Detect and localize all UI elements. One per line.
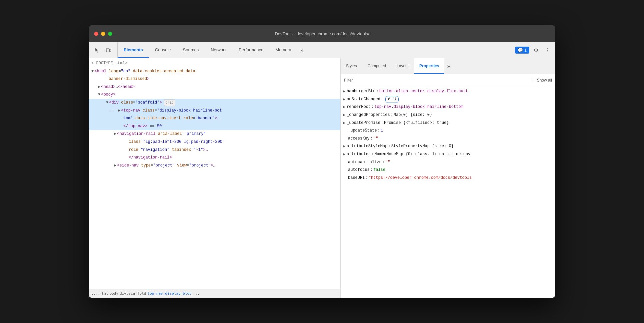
tab-layout[interactable]: Layout: [391, 58, 414, 74]
tab-styles[interactable]: Styles: [341, 58, 362, 74]
properties-panel: ▶ hamburgerBtn : button.align-center.dis…: [341, 86, 555, 298]
html-line2: banner-dismissed>: [89, 75, 340, 83]
right-tab-overflow[interactable]: »: [444, 58, 453, 74]
prop-attributeStyleMap[interactable]: ▶ attributeStyleMap : StylePropertyMap {…: [341, 143, 555, 151]
prop-accessKey: accessKey : "": [341, 135, 555, 143]
titlebar: DevTools - developer.chrome.com/docs/dev…: [89, 25, 555, 42]
f-badge: f (): [385, 96, 399, 103]
show-all-checkbox[interactable]: [531, 78, 535, 82]
filter-input[interactable]: [344, 78, 528, 83]
html-line[interactable]: ▼ <html lang="en" data-cookies-accepted …: [89, 68, 340, 76]
right-panel: Styles Computed Layout Properties »: [341, 58, 555, 298]
nav-rail-arrow[interactable]: ▶: [114, 131, 116, 138]
grid-badge: grid: [164, 100, 175, 106]
prop-arrow[interactable]: ▶: [343, 88, 345, 95]
tab-sources[interactable]: Sources: [177, 42, 205, 58]
tab-performance[interactable]: Performance: [233, 42, 269, 58]
topnav-line2: tom" data-side-nav-inert role="banner" >…: [89, 115, 340, 123]
more-options-icon[interactable]: ⋮: [543, 46, 552, 55]
toolbar-right: 💬 1 ⚙ ⋮: [512, 42, 555, 58]
devtools-window: DevTools - developer.chrome.com/docs/dev…: [89, 25, 555, 298]
html-arrow[interactable]: ▼: [91, 68, 94, 75]
right-tab-bar: Styles Computed Layout Properties »: [341, 58, 555, 74]
prop-attributes[interactable]: ▶ attributes : NamedNodeMap {0: class, 1…: [341, 151, 555, 159]
prop-autocapitalize: autocapitalize : "": [341, 159, 555, 166]
body-arrow[interactable]: ▼: [98, 91, 100, 99]
doctype-line: <!DOCTYPE html>: [89, 60, 340, 68]
tab-properties[interactable]: Properties: [414, 58, 444, 74]
prop-hamburgerBtn[interactable]: ▶ hamburgerBtn : button.align-center.dis…: [341, 88, 555, 96]
topnav-close-line: </top-nav> == $0: [89, 123, 340, 131]
elements-panel: <!DOCTYPE html> ▼ <html lang="en" data-c…: [89, 58, 341, 298]
tab-elements[interactable]: Elements: [118, 42, 149, 58]
scaffold-div-line[interactable]: ▼ <div class="scaffold" > grid: [89, 99, 340, 107]
prop-changedProperties[interactable]: ▶ _changedProperties : Map(0) {size: 0}: [341, 111, 555, 119]
head-line[interactable]: ▶ <head> … </head>: [89, 83, 340, 91]
svg-rect-1: [110, 49, 111, 52]
tab-overflow-button[interactable]: »: [297, 42, 307, 58]
window-title: DevTools - developer.chrome.com/docs/dev…: [275, 31, 369, 36]
toolbar-icons: [89, 42, 118, 58]
settings-icon[interactable]: ⚙: [531, 46, 541, 55]
show-all-area: Show all: [531, 78, 552, 83]
prop-arrow[interactable]: ▶: [343, 112, 345, 118]
maximize-button[interactable]: [108, 32, 112, 36]
bc-dots[interactable]: ...: [91, 291, 98, 296]
scaffold-arrow[interactable]: ▼: [106, 99, 108, 107]
filter-bar: Show all: [341, 74, 555, 86]
prop-updatePromise[interactable]: ▶ _updatePromise : Promise {<fulfilled>:…: [341, 119, 555, 127]
body-line[interactable]: ▼ <body>: [89, 91, 340, 99]
topnav-arrow[interactable]: ▶: [118, 107, 120, 115]
svg-rect-0: [106, 49, 109, 52]
main-toolbar: Elements Console Sources Network Perform…: [89, 42, 555, 58]
tab-memory[interactable]: Memory: [269, 42, 297, 58]
device-toggle-icon[interactable]: [104, 46, 113, 55]
side-nav-line[interactable]: ▶ <side-nav type="project" view="project…: [89, 162, 340, 170]
main-content: <!DOCTYPE html> ▼ <html lang="en" data-c…: [89, 58, 555, 298]
close-button[interactable]: [94, 32, 98, 36]
prop-baseURI: baseURI : "https://developer.chrome.com/…: [341, 174, 555, 182]
show-all-label: Show all: [537, 78, 552, 83]
prop-arrow[interactable]: ▶: [343, 104, 345, 110]
prop-autofocus: autofocus : false: [341, 166, 555, 174]
topnav-dots-line[interactable]: ... ▶ <top-nav class="display-block hair…: [89, 107, 340, 115]
devtools-body: Elements Console Sources Network Perform…: [89, 42, 555, 298]
inspect-icon[interactable]: [93, 46, 102, 55]
bc-body[interactable]: body: [109, 291, 118, 296]
bc-divscaffold[interactable]: div.scaffold: [120, 291, 146, 296]
head-arrow[interactable]: ▶: [98, 84, 100, 91]
traffic-lights: [94, 32, 112, 36]
nav-rail-line2: class="lg:pad-left-200 lg:pad-right-200": [89, 138, 340, 146]
main-tab-bar: Elements Console Sources Network Perform…: [118, 42, 512, 58]
prop-renderRoot[interactable]: ▶ renderRoot : top-nav.display-block.hai…: [341, 103, 555, 111]
prop-arrow[interactable]: ▶: [343, 96, 345, 103]
tab-computed[interactable]: Computed: [362, 58, 391, 74]
prop-arrow[interactable]: ▶: [343, 143, 345, 150]
minimize-button[interactable]: [101, 32, 105, 36]
prop-arrow[interactable]: ▶: [343, 120, 345, 126]
breadcrumb-bar: ... html body div.scaffold top-nav.displ…: [89, 289, 340, 298]
chat-badge[interactable]: 💬 1: [515, 47, 529, 54]
nav-rail-line[interactable]: ▶ <navigation-rail aria-label="primary": [89, 130, 340, 138]
nav-rail-close-line: </navigation-rail>: [89, 154, 340, 162]
side-nav-arrow[interactable]: ▶: [114, 162, 116, 169]
tab-console[interactable]: Console: [149, 42, 177, 58]
tab-network[interactable]: Network: [205, 42, 233, 58]
bc-dots2[interactable]: ...: [193, 291, 200, 296]
nav-rail-line3: role="navigation" tabindex="-1" >…: [89, 146, 340, 154]
prop-updateState: _updateState : 1: [341, 127, 555, 135]
prop-arrow[interactable]: ▶: [343, 151, 345, 158]
bc-topnav[interactable]: top-nav.display-bloc: [147, 291, 191, 296]
prop-onStateChanged[interactable]: ▶ onStateChanged : f (): [341, 96, 555, 104]
elements-tree[interactable]: <!DOCTYPE html> ▼ <html lang="en" data-c…: [89, 58, 340, 289]
bc-html[interactable]: html: [99, 291, 108, 296]
